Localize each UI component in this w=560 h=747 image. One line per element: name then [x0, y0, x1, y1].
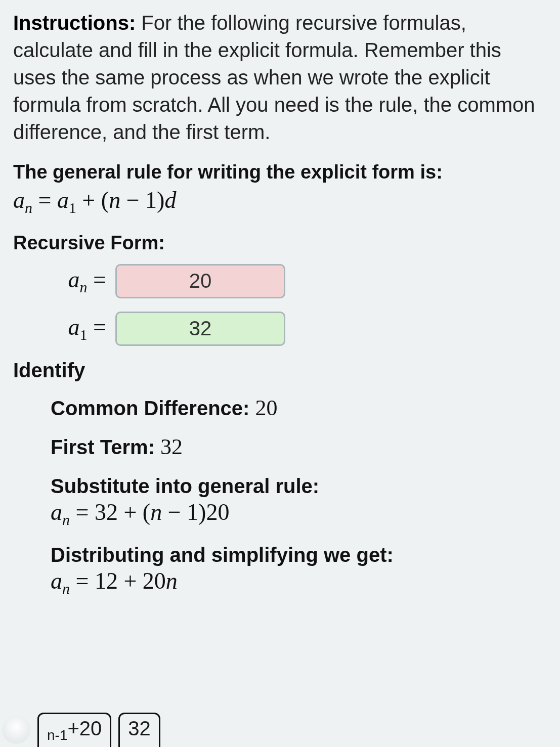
sub-n: n — [150, 499, 162, 525]
formula-rhs-rest: + ( — [76, 187, 109, 213]
simp-eq: = 12 + 20 — [70, 568, 166, 594]
recursive-row-an: an = 20 — [51, 264, 547, 298]
answer-chip-1[interactable]: n-1+20 — [37, 713, 111, 747]
identify-block: Identify Common Difference: 20 First Ter… — [13, 359, 547, 597]
recursive-form-label: Recursive Form: — [13, 232, 547, 254]
formula-lhs-sub: n — [25, 200, 32, 216]
a1-sub: 1 — [80, 326, 88, 343]
formula-rhs-a: a — [57, 187, 69, 213]
first-term-line: First Term: 32 — [51, 434, 547, 460]
simp-n: n — [166, 568, 178, 594]
substitute-label: Substitute into general rule: — [51, 475, 547, 498]
first-term-label: First Term: — [51, 436, 160, 458]
a1-eq: = — [88, 314, 106, 340]
formula-d: d — [164, 187, 176, 213]
recursive-an-lhs: an = — [51, 266, 106, 296]
chip-1-rest: +20 — [67, 717, 102, 739]
recursive-a1-lhs: a1 = — [51, 314, 106, 343]
recursive-an-input[interactable]: 20 — [115, 264, 285, 298]
common-difference-value: 20 — [255, 396, 278, 420]
answer-chip-row: n-1+20 32 — [0, 713, 160, 747]
worksheet-page: Instructions: For the following recursiv… — [0, 0, 560, 747]
sub-eq: = 32 + ( — [70, 499, 150, 525]
sub-a: a — [51, 499, 62, 525]
chip-1-sub: n-1 — [47, 727, 67, 743]
a1-base: a — [68, 314, 80, 340]
formula-rhs-a-sub: 1 — [69, 200, 76, 216]
substitute-formula: an = 32 + (n − 1)20 — [51, 499, 547, 529]
instructions-paragraph: Instructions: For the following recursiv… — [13, 9, 547, 146]
recursive-a1-input[interactable]: 32 — [115, 312, 285, 346]
simp-a-sub: n — [62, 580, 70, 597]
formula-n: n — [109, 187, 120, 213]
an-base: a — [68, 267, 80, 292]
sub-a-sub: n — [62, 511, 70, 528]
identify-inner: Common Difference: 20 First Term: 32 Sub… — [13, 395, 547, 597]
simp-a: a — [51, 568, 62, 594]
recursive-row-a1: a1 = 32 — [51, 312, 547, 346]
answer-chip-2[interactable]: 32 — [118, 713, 160, 747]
sub-rest: − 1)20 — [162, 499, 229, 525]
instructions-label: Instructions: — [13, 12, 136, 34]
general-rule-intro: The general rule for writing the explici… — [13, 160, 547, 185]
simplify-label: Distributing and simplifying we get: — [51, 544, 547, 566]
common-difference-line: Common Difference: 20 — [51, 395, 547, 421]
simplify-formula: an = 12 + 20n — [51, 567, 547, 597]
identify-title: Identify — [13, 359, 547, 382]
an-sub: n — [80, 279, 88, 295]
general-rule-formula: an = a1 + (n − 1)d — [13, 187, 547, 216]
formula-minus: − 1) — [120, 187, 164, 213]
formula-eq: = — [32, 187, 57, 213]
an-eq: = — [88, 267, 106, 292]
recursive-block: an = 20 a1 = 32 — [13, 264, 547, 346]
chip-shadow-icon — [2, 716, 30, 744]
formula-lhs-base: a — [13, 187, 25, 213]
common-difference-label: Common Difference: — [51, 397, 255, 419]
first-term-value: 32 — [160, 434, 183, 459]
